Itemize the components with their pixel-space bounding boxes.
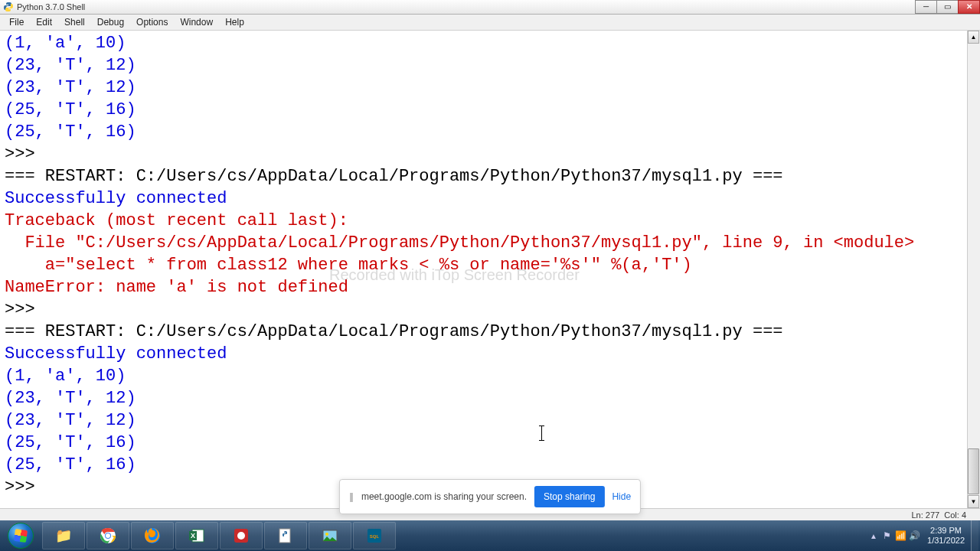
scroll-thumb[interactable] bbox=[968, 448, 979, 494]
taskbar-clock[interactable]: 2:39 PM 1/31/2022 bbox=[921, 524, 971, 547]
mysql-icon: SQL bbox=[364, 526, 384, 546]
status-col-label: Col: bbox=[944, 510, 959, 520]
windows-logo-icon bbox=[8, 523, 34, 549]
output-line: (25, 'T', 16) bbox=[5, 122, 136, 142]
restart-line: === RESTART: C:/Users/cs/AppData/Local/P… bbox=[5, 167, 783, 186]
output-line: (1, 'a', 10) bbox=[5, 367, 126, 386]
tray-expand-button[interactable]: ▲ bbox=[867, 524, 880, 547]
shell-output[interactable]: (1, 'a', 10) (23, 'T', 12) (23, 'T', 12)… bbox=[0, 31, 967, 508]
maximize-button[interactable]: ▭ bbox=[936, 0, 959, 14]
task-chrome[interactable] bbox=[87, 522, 129, 549]
error-line: NameError: name 'a' is not defined bbox=[5, 278, 348, 297]
close-button[interactable]: ✕ bbox=[958, 0, 980, 14]
recorder-icon bbox=[231, 526, 251, 546]
scroll-down-button[interactable]: ▼ bbox=[968, 495, 979, 508]
menubar: File Edit Shell Debug Options Window Hel… bbox=[0, 15, 980, 31]
python-icon bbox=[3, 2, 14, 12]
clock-time: 2:39 PM bbox=[927, 526, 965, 536]
scroll-up-button[interactable]: ▲ bbox=[968, 31, 979, 44]
minimize-button[interactable]: ─ bbox=[915, 0, 937, 14]
menu-debug[interactable]: Debug bbox=[91, 15, 130, 29]
prompt: >>> bbox=[5, 145, 45, 164]
output-line: (23, 'T', 12) bbox=[5, 56, 136, 75]
output-line: (25, 'T', 16) bbox=[5, 433, 136, 452]
task-mysql[interactable]: SQL bbox=[353, 522, 396, 549]
svg-point-8 bbox=[237, 532, 245, 540]
prompt: >>> bbox=[5, 478, 45, 497]
text-cursor-icon bbox=[541, 425, 542, 441]
task-explorer[interactable]: 📁 bbox=[42, 522, 85, 549]
menu-help[interactable]: Help bbox=[219, 15, 250, 29]
output-line: (25, 'T', 16) bbox=[5, 455, 136, 474]
hide-button[interactable]: Hide bbox=[612, 491, 631, 502]
output-line: (1, 'a', 10) bbox=[5, 34, 126, 53]
code-line: a="select * from class12 where marks < %… bbox=[5, 256, 692, 275]
status-ln-label: Ln: bbox=[911, 510, 923, 520]
stop-sharing-button[interactable]: Stop sharing bbox=[534, 486, 604, 507]
clock-date: 1/31/2022 bbox=[927, 536, 965, 546]
svg-text:X: X bbox=[191, 532, 195, 540]
task-image-viewer[interactable] bbox=[309, 522, 351, 549]
task-recorder[interactable] bbox=[220, 522, 263, 549]
image-icon bbox=[320, 526, 340, 546]
window-titlebar: Python 3.7.0 Shell ─ ▭ ✕ bbox=[0, 0, 980, 15]
menu-shell[interactable]: Shell bbox=[58, 15, 91, 29]
window-title: Python 3.7.0 Shell bbox=[17, 2, 916, 11]
vertical-scrollbar[interactable]: ▲ ▼ bbox=[967, 31, 980, 508]
success-line: Successfully connected bbox=[5, 344, 227, 364]
output-line: (23, 'T', 12) bbox=[5, 389, 136, 408]
show-desktop-button[interactable] bbox=[971, 520, 978, 551]
output-line: (23, 'T', 12) bbox=[5, 411, 136, 430]
menu-edit[interactable]: Edit bbox=[30, 15, 58, 29]
menu-options[interactable]: Options bbox=[130, 15, 174, 29]
restart-line: === RESTART: C:/Users/cs/AppData/Local/P… bbox=[5, 322, 783, 341]
status-ln: 277 bbox=[926, 510, 939, 520]
svg-text:SQL: SQL bbox=[370, 534, 380, 539]
traceback-line: Traceback (most recent call last): bbox=[5, 211, 348, 230]
start-button[interactable] bbox=[0, 520, 41, 551]
status-col: 4 bbox=[962, 510, 966, 520]
prompt: >>> bbox=[5, 300, 45, 319]
taskbar: 📁 X SQL ▲ ⚑ 📶 🔊 2:39 PM 1/31/2022 bbox=[0, 520, 980, 551]
menu-window[interactable]: Window bbox=[174, 15, 219, 29]
flag-icon[interactable]: ⚑ bbox=[880, 524, 893, 547]
chrome-icon bbox=[98, 526, 118, 546]
menu-file[interactable]: File bbox=[3, 15, 30, 29]
python-file-icon bbox=[276, 526, 296, 546]
task-python[interactable] bbox=[264, 522, 307, 549]
file-line: File "C:/Users/cs/AppData/Local/Programs… bbox=[5, 233, 914, 253]
share-text: meet.google.com is sharing your screen. bbox=[361, 491, 527, 502]
excel-icon: X bbox=[187, 526, 207, 546]
output-line: (25, 'T', 16) bbox=[5, 100, 136, 119]
task-excel[interactable]: X bbox=[175, 522, 218, 549]
screen-share-popup: ‖ meet.google.com is sharing your screen… bbox=[339, 479, 641, 514]
network-icon[interactable]: 📶 bbox=[893, 524, 907, 547]
shell-content-area: (1, 'a', 10) (23, 'T', 12) (23, 'T', 12)… bbox=[0, 31, 980, 508]
svg-point-2 bbox=[106, 533, 110, 538]
system-tray: ▲ ⚑ 📶 🔊 2:39 PM 1/31/2022 bbox=[866, 520, 980, 551]
window-controls: ─ ▭ ✕ bbox=[916, 0, 980, 14]
pause-icon: ‖ bbox=[349, 491, 354, 502]
output-line: (23, 'T', 12) bbox=[5, 78, 136, 97]
speaker-icon[interactable]: 🔊 bbox=[907, 524, 921, 547]
folder-icon: 📁 bbox=[54, 526, 74, 546]
firefox-icon bbox=[142, 526, 162, 546]
task-firefox[interactable] bbox=[131, 522, 174, 549]
svg-point-11 bbox=[325, 533, 328, 536]
success-line: Successfully connected bbox=[5, 189, 227, 208]
svg-rect-9 bbox=[279, 529, 290, 543]
